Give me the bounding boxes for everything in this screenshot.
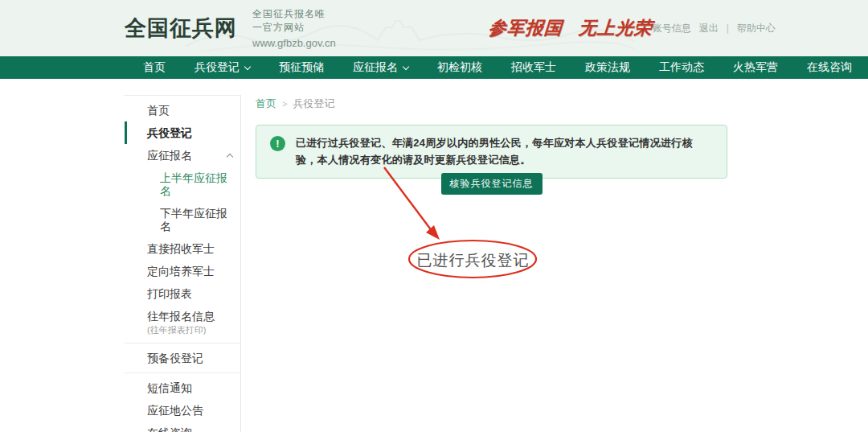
nav-bar-items: 首页兵役登记预征预储应征报名初检初核招收军士政策法规工作动态火热军营在线咨询廉洁… — [0, 56, 868, 79]
nav-item[interactable]: 首页 — [129, 56, 180, 79]
breadcrumb-current: 兵役登记 — [293, 97, 334, 111]
sidebar-item-label: 定向培养军士 — [147, 265, 215, 278]
help-center-link[interactable]: 帮助中心 — [737, 22, 776, 35]
breadcrumb-home-link[interactable]: 首页 — [256, 97, 276, 111]
page: 全国征兵网 全国征兵报名唯一官方网站 www.gfbzb.gov.cn 参军报国… — [0, 0, 868, 432]
nav-item-label: 火热军营 — [733, 60, 778, 75]
main-content: 首页 > 兵役登记 ! 已进行过兵役登记、年满24周岁以内的男性公民，每年应对本… — [241, 79, 868, 432]
sidebar-item-label: 上半年应征报名 — [160, 171, 232, 197]
site-tagline: 全国征兵报名唯一官方网站 www.gfbzb.gov.cn — [252, 7, 336, 49]
registration-status-text: 已进行兵役登记 — [411, 250, 535, 271]
sidebar-item-line: 应征报名 — [147, 149, 232, 162]
nav-item[interactable]: 应征报名 — [338, 56, 423, 79]
sidebar-item-note: (往年报表打印) — [147, 325, 232, 335]
sidebar-divider — [125, 343, 240, 344]
sidebar-item[interactable]: 应征报名 — [125, 144, 240, 167]
links-divider: | — [727, 23, 729, 34]
nav-item-label: 兵役登记 — [194, 60, 240, 75]
nav-item-label: 工作动态 — [659, 60, 704, 75]
sidebar-item-line: 定向培养军士 — [147, 265, 232, 278]
tagline-line1: 全国征兵报名唯一官方网站 — [252, 7, 336, 35]
nav-item[interactable]: 兵役登记 — [180, 56, 264, 79]
sidebar-item[interactable]: 在线咨询 — [125, 422, 240, 432]
sidebar-item-line: 首页 — [147, 104, 232, 117]
sidebar-item-label: 应征报名 — [147, 149, 192, 162]
sidebar-item-label: 下半年应征报名 — [160, 207, 232, 232]
sidebar-item[interactable]: 短信通知 — [125, 376, 240, 399]
sidebar-item-label: 往年报名信息 — [147, 310, 215, 323]
sidebar-item-label: 在线咨询 — [147, 426, 192, 432]
header-links: 账号信息 退出 | 帮助中心 — [653, 22, 776, 35]
nav-item[interactable]: 招收军士 — [497, 56, 571, 79]
sidebar-divider — [125, 372, 240, 373]
notice-text: 已进行过兵役登记、年满24周岁以内的男性公民，每年应对本人兵役登记情况进行核验，… — [296, 134, 712, 169]
sidebar-item-line: 短信通知 — [147, 381, 232, 394]
sidebar-item-label: 直接招收军士 — [147, 242, 215, 255]
sidebar-item[interactable]: 打印报表 — [125, 282, 240, 305]
slogan-part1: 参军报国 — [488, 16, 563, 40]
account-info-link[interactable]: 账号信息 — [653, 22, 691, 35]
sidebar-item[interactable]: 兵役登记 — [125, 121, 240, 144]
slogan-part2: 无上光荣 — [578, 16, 653, 40]
nav-item-label: 预征预储 — [279, 60, 324, 75]
nav-item-label: 首页 — [143, 60, 166, 75]
sidebar-item-label: 预备役登记 — [147, 352, 203, 364]
sidebar-item-line: 应征地公告 — [147, 404, 232, 417]
site-header: 全国征兵网 全国征兵报名唯一官方网站 www.gfbzb.gov.cn 参军报国… — [0, 0, 868, 56]
slogan-calligraphy: 参军报国 无上光荣 — [488, 16, 653, 40]
sidebar-item-line: 直接招收军士 — [147, 242, 232, 255]
sidebar-item-line: 兵役登记 — [147, 126, 232, 139]
nav-item[interactable]: 政策法规 — [571, 56, 645, 79]
sidebar-item-label: 应征地公告 — [147, 404, 203, 417]
sidebar-item[interactable]: 应征地公告 — [125, 399, 240, 422]
exclamation-icon: ! — [270, 136, 285, 151]
tagline-line2: www.gfbzb.gov.cn — [252, 37, 336, 49]
nav-item-label: 政策法规 — [585, 60, 630, 75]
breadcrumb-separator: > — [282, 99, 287, 109]
sidebar-item-line: 预备役登记 — [147, 352, 232, 364]
site-logo: 全国征兵网 — [125, 14, 237, 43]
sidebar-menu: 首页兵役登记应征报名上半年应征报名下半年应征报名直接招收军士定向培养军士打印报表… — [125, 95, 241, 432]
chevron-up-icon — [227, 154, 233, 160]
logout-link[interactable]: 退出 — [699, 22, 719, 35]
button-row: 核验兵役登记信息 — [256, 173, 727, 195]
sidebar-item-label: 短信通知 — [147, 381, 192, 394]
chevron-down-icon — [403, 64, 409, 70]
notice-banner: ! 已进行过兵役登记、年满24周岁以内的男性公民，每年应对本人兵役登记情况进行核… — [256, 125, 727, 179]
sidebar-item-line: 打印报表 — [147, 287, 232, 300]
sidebar-item[interactable]: 往年报名信息(往年报表打印) — [125, 305, 240, 339]
sidebar-item-label: 兵役登记 — [147, 126, 192, 139]
sidebar-item-line: 往年报名信息 — [147, 310, 232, 323]
nav-item[interactable]: 预征预储 — [264, 56, 338, 79]
sidebar-item-line: 下半年应征报名 — [160, 207, 232, 232]
nav-item-label: 招收军士 — [511, 60, 556, 75]
sidebar-item-line: 在线咨询 — [147, 426, 232, 432]
nav-item-label: 初检初核 — [437, 60, 482, 75]
sidebar-item[interactable]: 上半年应征报名 — [125, 167, 240, 202]
sidebar-item[interactable]: 下半年应征报名 — [125, 202, 240, 237]
sidebar-item[interactable]: 定向培养军士 — [125, 260, 240, 282]
sidebar-item[interactable]: 预备役登记 — [125, 347, 240, 369]
nav-item[interactable]: 工作动态 — [645, 56, 719, 79]
nav-item-label: 应征报名 — [353, 60, 398, 75]
sidebar-item-label: 打印报表 — [147, 287, 192, 300]
nav-item[interactable]: 火热军营 — [719, 56, 792, 79]
breadcrumb: 首页 > 兵役登记 — [256, 97, 334, 111]
verify-registration-button[interactable]: 核验兵役登记信息 — [441, 173, 542, 195]
nav-item[interactable]: 在线咨询 — [792, 56, 866, 79]
nav-item-label: 在线咨询 — [807, 60, 852, 75]
sidebar-item-label: 首页 — [147, 104, 170, 117]
sidebar-item-line: 上半年应征报名 — [160, 171, 232, 197]
chevron-down-icon — [244, 64, 251, 70]
sidebar-item[interactable]: 直接招收军士 — [125, 237, 240, 260]
sidebar-item[interactable]: 首页 — [125, 99, 240, 121]
nav-item[interactable]: 初检初核 — [423, 56, 497, 79]
